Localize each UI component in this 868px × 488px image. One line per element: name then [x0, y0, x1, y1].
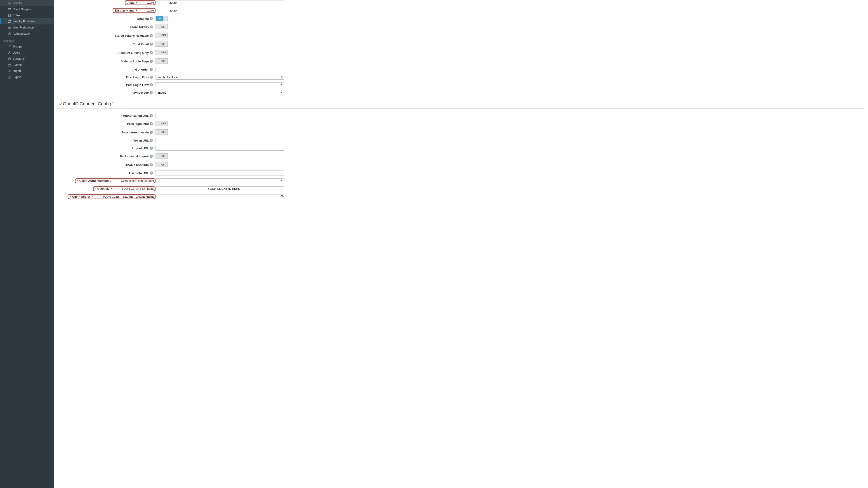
enabled-label: Enabled [137, 17, 149, 20]
help-icon[interactable]: ? [91, 195, 93, 198]
sidebar-item-label: Identity Providers [13, 20, 35, 23]
sidebar-item-import[interactable]: Import [0, 68, 54, 74]
user-federation-icon [7, 26, 12, 29]
field-token-url: * Token URL ? [58, 138, 864, 143]
sidebar-item-clients[interactable]: Clients [0, 0, 54, 6]
help-icon[interactable]: ? [150, 131, 153, 134]
help-icon[interactable]: ? [150, 25, 153, 29]
account-linking-only-label: Account Linking Only [119, 51, 149, 55]
help-icon[interactable]: ? [150, 51, 153, 54]
trust-email-toggle[interactable]: OFF [156, 41, 168, 47]
token-url-label: Token URL [133, 139, 149, 142]
user-info-url-label: User Info URL [129, 172, 149, 175]
sidebar-item-groups[interactable]: Groups [0, 43, 54, 50]
field-stored-tokens-readable: Stored Tokens Readable ? OFF [58, 33, 864, 38]
token-url-input[interactable] [156, 138, 284, 143]
required-marker: * [121, 114, 122, 117]
client-authentication-highlight-value: Client secret sent as post [119, 179, 154, 182]
required-marker: * [95, 187, 96, 190]
client-id-input[interactable] [156, 186, 284, 191]
svg-point-9 [10, 45, 11, 47]
help-icon[interactable]: ? [150, 172, 153, 175]
disable-user-info-label: Disable User Info [125, 163, 149, 167]
gui-order-input[interactable] [156, 67, 284, 72]
sidebar-item-label: Clients [13, 1, 22, 5]
help-icon[interactable]: ? [150, 60, 153, 63]
help-icon[interactable]: ? [150, 114, 153, 117]
client-secret-input[interactable] [156, 194, 280, 199]
help-icon[interactable]: ? [150, 163, 153, 166]
authentication-icon [7, 32, 12, 35]
sidebar-item-identity-providers[interactable]: Identity Providers [0, 18, 54, 24]
gui-order-label: GUI order [135, 68, 149, 71]
eye-icon [281, 195, 284, 199]
field-client-authentication: * Client Authentication ? Client secret … [58, 178, 864, 183]
sidebar-item-client-scopes[interactable]: Client Scopes [0, 6, 54, 12]
field-backchannel-logout: Backchannel Logout ? OFF [58, 153, 864, 159]
sidebar-item-sessions[interactable]: Sessions [0, 56, 54, 62]
display-name-input[interactable] [156, 8, 284, 13]
help-icon[interactable]: ? [150, 83, 153, 86]
help-icon[interactable]: ? [135, 1, 137, 4]
user-info-url-input[interactable] [156, 171, 284, 176]
reveal-secret-button[interactable] [280, 194, 284, 199]
help-icon[interactable]: ? [135, 9, 137, 12]
authorization-url-input[interactable] [156, 113, 284, 118]
main-content: Alias ? azure Display Name ? [54, 0, 868, 488]
enabled-toggle[interactable]: ON [156, 16, 168, 21]
logout-url-input[interactable] [156, 146, 284, 151]
sidebar-item-export[interactable]: Export [0, 74, 54, 80]
field-logout-url: Logout URL ? [58, 146, 864, 151]
help-icon[interactable]: ? [150, 75, 153, 79]
help-icon[interactable]: ? [150, 68, 153, 71]
store-tokens-toggle[interactable]: OFF [156, 24, 168, 29]
sidebar-item-label: Users [13, 51, 20, 54]
required-marker: * [77, 179, 79, 182]
help-icon[interactable]: ? [150, 122, 153, 125]
client-authentication-label: Client Authentication [79, 179, 109, 182]
help-icon[interactable]: ? [150, 34, 153, 37]
disable-user-info-toggle[interactable]: OFF [156, 162, 168, 167]
sidebar-item-label: User Federation [13, 26, 34, 29]
sidebar-section-manage: Manage [0, 37, 54, 43]
svg-rect-12 [8, 64, 11, 66]
sidebar-item-roles[interactable]: Roles [0, 12, 54, 18]
section-openid-connect-config[interactable]: ❯ OpenID Connect Config ? [58, 98, 864, 109]
field-alias: Alias ? azure [58, 0, 864, 5]
help-icon[interactable]: ? [150, 17, 153, 20]
sessions-icon [7, 57, 12, 60]
svg-point-18 [282, 196, 283, 197]
field-account-linking-only: Account Linking Only ? OFF [58, 50, 864, 56]
alias-input[interactable] [156, 0, 284, 5]
hide-on-login-page-toggle[interactable]: OFF [156, 58, 168, 64]
sidebar: Clients Client Scopes Roles Identity Pro… [0, 0, 54, 488]
help-icon[interactable]: ? [150, 42, 153, 46]
sidebar-item-user-federation[interactable]: User Federation [0, 24, 54, 31]
stored-tokens-readable-toggle[interactable]: OFF [156, 33, 168, 38]
toggle-slider [156, 24, 160, 29]
sidebar-item-events[interactable]: Events [0, 62, 54, 68]
first-login-flow-select[interactable]: first broker login [156, 74, 284, 80]
display-name-label: Display Name [115, 9, 134, 12]
client-scopes-icon [7, 8, 12, 11]
help-icon[interactable]: ? [110, 179, 112, 182]
sidebar-item-label: Roles [13, 13, 20, 17]
help-icon[interactable]: ? [112, 102, 116, 106]
client-authentication-select[interactable] [156, 178, 284, 183]
help-icon[interactable]: ? [150, 91, 153, 94]
help-icon[interactable]: ? [150, 139, 153, 142]
roles-icon [7, 14, 12, 17]
backchannel-logout-toggle[interactable]: OFF [156, 153, 168, 159]
post-login-flow-select[interactable] [156, 82, 284, 87]
help-icon[interactable]: ? [110, 187, 112, 190]
field-gui-order: GUI order ? [58, 67, 864, 72]
sidebar-item-authentication[interactable]: Authentication [0, 31, 54, 37]
pass-login-hint-toggle[interactable]: OFF [156, 121, 168, 126]
account-linking-only-toggle[interactable]: OFF [156, 50, 168, 55]
post-login-flow-label: Post Login Flow [126, 83, 149, 87]
pass-current-locale-toggle[interactable]: OFF [156, 129, 168, 135]
help-icon[interactable]: ? [150, 155, 153, 158]
help-icon[interactable]: ? [150, 147, 153, 150]
sidebar-item-users[interactable]: Users [0, 50, 54, 56]
sync-mode-select[interactable]: import [156, 90, 284, 95]
